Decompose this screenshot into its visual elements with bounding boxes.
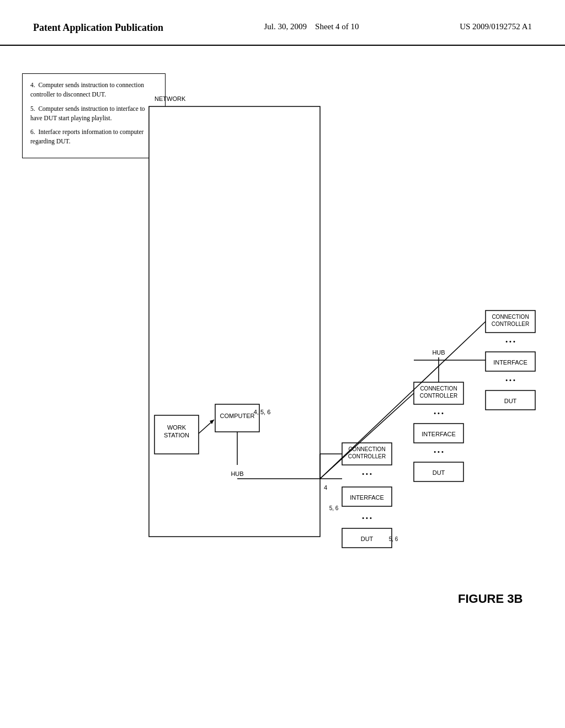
svg-text:4: 4 — [324, 484, 327, 491]
svg-text:• • •: • • • — [505, 377, 515, 383]
svg-text:• • •: • • • — [362, 515, 372, 521]
page-header: Patent Application Publication Jul. 30, … — [0, 0, 565, 46]
svg-text:STATION: STATION — [164, 432, 189, 438]
svg-text:NETWORK: NETWORK — [154, 95, 186, 102]
note-item-4: 4. Computer sends instruction to connect… — [30, 81, 157, 100]
sheet-info: Sheet 4 of 10 — [315, 22, 359, 31]
svg-text:COMPUTER: COMPUTER — [220, 413, 255, 419]
svg-text:DUT: DUT — [504, 398, 517, 404]
note-item-6: 6. Interface reports information to comp… — [30, 127, 157, 147]
svg-text:HUB: HUB — [231, 470, 243, 477]
svg-text:CONNECTION: CONNECTION — [492, 314, 529, 320]
svg-text:• • •: • • • — [434, 448, 444, 455]
svg-text:• • •: • • • — [434, 410, 444, 416]
note-item-5: 5. Computer sends instruction to interfa… — [30, 104, 157, 124]
main-content: 4. Computer sends instruction to connect… — [0, 46, 565, 719]
svg-text:DUT: DUT — [361, 536, 374, 542]
patent-title: Patent Application Publication — [33, 22, 163, 34]
svg-text:HUB: HUB — [432, 349, 445, 356]
diagram-section: .lbl { font-family: 'Arial', sans-serif;… — [177, 62, 543, 702]
patent-number: US 2009/0192752 A1 — [460, 22, 532, 31]
svg-text:DUT: DUT — [433, 469, 445, 476]
svg-text:INTERFACE: INTERFACE — [493, 359, 527, 366]
diagram-svg: .lbl { font-family: 'Arial', sans-serif;… — [143, 62, 565, 697]
svg-text:CONTROLLER: CONTROLLER — [420, 393, 457, 399]
svg-text:CONNECTION: CONNECTION — [348, 446, 385, 452]
svg-text:CONTROLLER: CONTROLLER — [492, 321, 529, 327]
svg-text:CONTROLLER: CONTROLLER — [348, 453, 386, 459]
svg-text:4, 5, 6: 4, 5, 6 — [254, 409, 271, 415]
svg-text:• • •: • • • — [362, 470, 372, 477]
svg-text:CONNECTION: CONNECTION — [420, 386, 457, 392]
publication-date: Jul. 30, 2009 — [264, 22, 307, 31]
svg-text:5, 6: 5, 6 — [329, 505, 339, 511]
svg-text:INTERFACE: INTERFACE — [350, 494, 384, 501]
svg-text:INTERFACE: INTERFACE — [422, 431, 456, 437]
svg-text:WORK: WORK — [167, 424, 186, 431]
svg-text:FIGURE 3B: FIGURE 3B — [458, 592, 523, 606]
svg-text:• • •: • • • — [505, 338, 515, 345]
header-meta: Jul. 30, 2009 Sheet 4 of 10 — [264, 22, 359, 31]
svg-text:5, 6: 5, 6 — [389, 536, 398, 542]
